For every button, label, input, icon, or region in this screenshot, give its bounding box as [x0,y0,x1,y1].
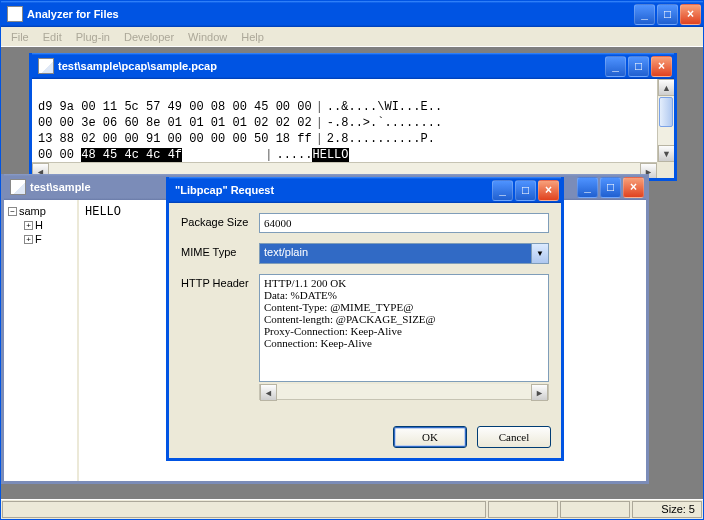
mdi-client: test\sample\pcap\sample.pcap _ □ × d9 9a… [1,47,703,499]
tree-label: H [35,219,43,231]
hex-titlebar[interactable]: test\sample\pcap\sample.pcap _ □ × [32,53,674,79]
close-button[interactable]: × [623,177,644,198]
menu-developer[interactable]: Developer [118,29,180,45]
main-window: Analyzer for Files _ □ × File Edit Plug-… [0,0,704,520]
maximize-button[interactable]: □ [515,180,536,201]
tree-label: F [35,233,42,245]
close-button[interactable]: × [651,56,672,77]
http-header-textarea[interactable] [259,274,549,382]
menu-window[interactable]: Window [182,29,233,45]
http-header-label: HTTP Header [181,274,259,289]
ascii-row: 2.8..........P. [327,132,435,146]
dialog-body: Package Size MIME Type text/plain ▼ [169,203,561,420]
ascii-row: -.8..>.`........ [327,116,442,130]
tree-child-item[interactable]: + H [8,218,73,232]
minimize-button[interactable]: _ [605,56,626,77]
dialog-title: "Libpcap" Request [175,184,492,196]
app-title: Analyzer for Files [27,8,634,20]
hex-dump[interactable]: d9 9a 00 11 5c 57 49 00 08 00 45 00 00|.… [32,79,674,167]
hex-selection: 48 45 4c 4c 4f [81,148,182,162]
main-titlebar[interactable]: Analyzer for Files _ □ × [1,1,703,27]
mime-type-value: text/plain [260,244,531,263]
scroll-right-icon[interactable]: ► [531,384,548,401]
close-button[interactable]: × [538,180,559,201]
app-icon [7,6,23,22]
menu-help[interactable]: Help [235,29,270,45]
hex-window: test\sample\pcap\sample.pcap _ □ × d9 9a… [29,53,677,181]
document-icon [10,179,26,195]
collapse-icon[interactable]: − [8,207,17,216]
statusbar: Size: 5 [1,499,703,519]
menubar: File Edit Plug-in Developer Window Help [1,27,703,47]
dialog-titlebar[interactable]: "Libpcap" Request _ □ × [169,177,561,203]
ascii-selection: HELLO [312,148,348,162]
expand-icon[interactable]: + [24,221,33,230]
maximize-button[interactable]: □ [628,56,649,77]
chevron-down-icon[interactable]: ▼ [531,244,548,263]
ascii-row: ..&....\WI...E.. [327,100,442,114]
maximize-button[interactable]: □ [657,4,678,25]
scroll-thumb[interactable] [659,97,673,127]
expand-icon[interactable]: + [24,235,33,244]
package-size-label: Package Size [181,213,259,228]
ascii-row: ..... [276,148,312,162]
scroll-down-icon[interactable]: ▼ [658,145,674,162]
document-icon [38,58,54,74]
close-button[interactable]: × [680,4,701,25]
minimize-button[interactable]: _ [577,177,598,198]
hex-row: 13 88 02 00 00 91 00 00 00 00 50 18 ff [38,132,312,146]
status-cell [488,501,558,518]
maximize-button[interactable]: □ [600,177,621,198]
hex-body: d9 9a 00 11 5c 57 49 00 08 00 45 00 00|.… [32,79,674,178]
scrollbar-vertical[interactable]: ▲ ▼ [657,79,674,162]
scroll-up-icon[interactable]: ▲ [658,79,674,96]
hex-row: 00 00 [38,148,81,162]
mime-type-combo[interactable]: text/plain ▼ [259,243,549,264]
cancel-button[interactable]: Cancel [477,426,551,448]
tree-label: samp [19,205,46,217]
tree-root-item[interactable]: − samp [8,204,73,218]
status-cell [2,501,486,518]
status-size: Size: 5 [632,501,702,518]
tree-child-item[interactable]: + F [8,232,73,246]
request-dialog: "Libpcap" Request _ □ × Package Size MIM… [166,177,564,461]
menu-plugin[interactable]: Plug-in [70,29,116,45]
hex-title: test\sample\pcap\sample.pcap [58,60,605,72]
minimize-button[interactable]: _ [492,180,513,201]
ok-button[interactable]: OK [393,426,467,448]
hex-row: d9 9a 00 11 5c 57 49 00 08 00 45 00 00 [38,100,312,114]
hex-row: 00 00 3e 06 60 8e 01 01 01 01 02 02 02 [38,116,312,130]
menu-edit[interactable]: Edit [37,29,68,45]
minimize-button[interactable]: _ [634,4,655,25]
scrollbar-horizontal[interactable]: ◄ ► [259,384,549,400]
dialog-button-row: OK Cancel [169,420,561,458]
scroll-left-icon[interactable]: ◄ [260,384,277,401]
menu-file[interactable]: File [5,29,35,45]
mime-type-label: MIME Type [181,243,259,258]
package-size-input[interactable] [259,213,549,233]
tree-pane[interactable]: − samp + H + F [4,200,79,481]
scroll-corner [657,162,674,178]
status-cell [560,501,630,518]
